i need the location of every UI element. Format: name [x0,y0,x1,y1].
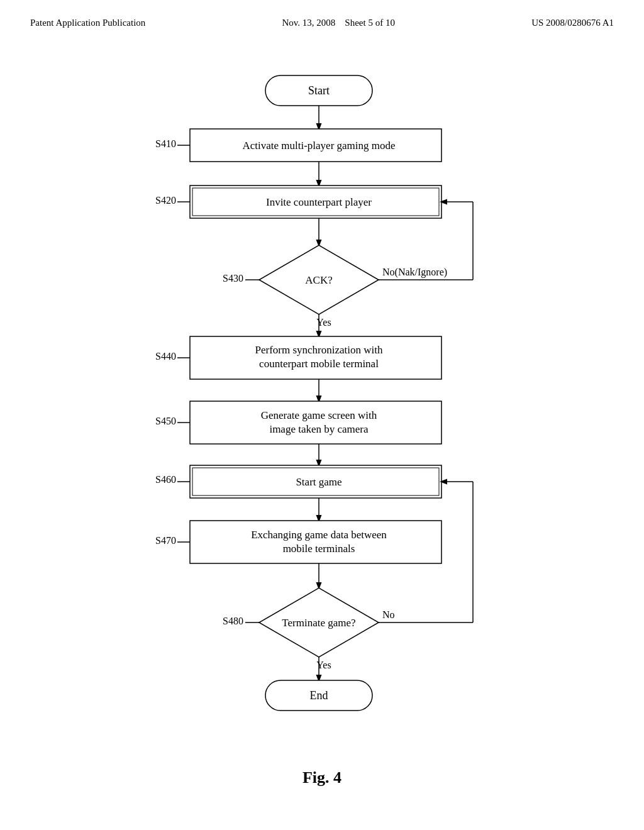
s450-text-line2: image taken by camera [269,423,369,435]
s410-text: Activate multi-player gaming mode [242,140,395,152]
s440-label: S440 [155,351,176,362]
end-label: End [310,689,328,702]
start-label: Start [308,84,330,97]
s440-text-line2: counterpart mobile terminal [259,358,379,370]
s480-no-label: No [382,609,395,620]
s420-text: Invite counterpart player [266,196,372,208]
s430-no-label: No(Nak/Ignore) [382,267,447,278]
svg-rect-25 [190,521,441,563]
header-right: US 2008/0280676 A1 [531,18,614,28]
s470-text-line2: mobile terminals [283,543,355,555]
figure-caption: Fig. 4 [303,768,341,787]
s430-label: S430 [223,273,243,284]
page-header: Patent Application Publication Nov. 13, … [0,0,644,28]
s480-label: S480 [223,616,243,626]
s450-text-line1: Generate game screen with [261,409,377,421]
s470-label: S470 [155,535,176,546]
flowchart: Start Activate multi-player gaming mode … [83,63,561,744]
header-left: Patent Application Publication [30,18,145,28]
svg-rect-18 [190,401,441,444]
s410-label: S410 [155,138,176,149]
s420-label: S420 [155,195,176,206]
s430-text: ACK? [305,274,332,286]
header-center: Nov. 13, 2008 Sheet 5 of 10 [282,18,395,28]
s440-text-line1: Perform synchronization with [255,344,383,356]
s450-label: S450 [155,416,176,426]
s460-label: S460 [155,474,176,485]
s470-text-line1: Exchanging game data between [251,529,387,541]
s480-text: Terminate game? [282,617,355,629]
s460-text: Start game [296,476,341,488]
